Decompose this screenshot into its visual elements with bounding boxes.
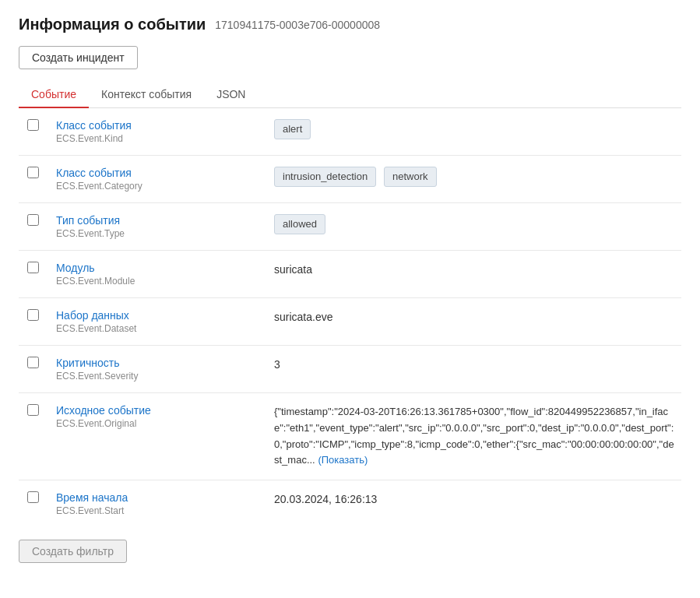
field-value-cell: allowed bbox=[268, 203, 681, 251]
field-value-text: suricata.eve bbox=[274, 311, 332, 323]
show-more-link[interactable]: (Показать) bbox=[318, 454, 368, 466]
field-value-text: suricata bbox=[274, 263, 312, 276]
field-value-text: 20.03.2024, 16:26:13 bbox=[274, 493, 377, 505]
original-event-text: {"timestamp":"2024-03-20T16:26:13.361785… bbox=[274, 404, 675, 469]
row-checkbox-cell bbox=[19, 346, 50, 393]
field-name: Исходное событие bbox=[56, 404, 255, 417]
field-label-cell: Класс события ECS.Event.Kind bbox=[50, 108, 268, 156]
row-checkbox-cell bbox=[19, 108, 50, 156]
table-row: Критичность ECS.Event.Severity 3 bbox=[19, 346, 681, 393]
field-ecs: ECS.Event.Type bbox=[56, 228, 255, 239]
field-label-cell: Класс события ECS.Event.Category bbox=[50, 156, 268, 203]
field-ecs: ECS.Event.Kind bbox=[56, 133, 255, 144]
field-value-cell: intrusion_detection network bbox=[268, 156, 681, 203]
row-checkbox-cell bbox=[19, 480, 50, 528]
field-label-cell: Набор данных ECS.Event.Dataset bbox=[50, 298, 268, 346]
field-label-cell: Время начала ECS.Event.Start bbox=[50, 480, 268, 528]
field-label-cell: Тип события ECS.Event.Type bbox=[50, 203, 268, 251]
table-row: Тип события ECS.Event.Type allowed bbox=[19, 203, 681, 251]
field-ecs: ECS.Event.Start bbox=[56, 505, 255, 516]
tag-intrusion: intrusion_detection bbox=[274, 167, 376, 187]
table-row: Набор данных ECS.Event.Dataset suricata.… bbox=[19, 298, 681, 346]
row-checkbox[interactable] bbox=[27, 309, 39, 321]
field-ecs: ECS.Event.Category bbox=[56, 181, 255, 192]
field-value-cell: 20.03.2024, 16:26:13 bbox=[268, 480, 681, 528]
create-incident-button[interactable]: Создать инцидент bbox=[19, 46, 138, 69]
tab-event[interactable]: Событие bbox=[19, 82, 89, 108]
row-checkbox-cell bbox=[19, 298, 50, 346]
field-name: Тип события bbox=[56, 214, 255, 227]
create-filter-button[interactable]: Создать фильтр bbox=[19, 540, 127, 563]
field-value-cell: 3 bbox=[268, 346, 681, 393]
row-checkbox[interactable] bbox=[27, 404, 39, 416]
tag: alert bbox=[274, 119, 311, 139]
tab-json[interactable]: JSON bbox=[204, 82, 258, 108]
row-checkbox[interactable] bbox=[27, 262, 39, 273]
field-value-cell: suricata.eve bbox=[268, 298, 681, 346]
field-label-cell: Модуль ECS.Event.Module bbox=[50, 251, 268, 298]
field-ecs: ECS.Event.Dataset bbox=[56, 323, 255, 334]
field-value-cell: suricata bbox=[268, 251, 681, 298]
field-value-cell: alert bbox=[268, 108, 681, 156]
table-row: Модуль ECS.Event.Module suricata bbox=[19, 251, 681, 298]
field-name: Время начала bbox=[56, 491, 255, 504]
table-row: Исходное событие ECS.Event.Original {"ti… bbox=[19, 393, 681, 480]
row-checkbox[interactable] bbox=[27, 119, 39, 131]
event-id: 1710941175-0003e706-00000008 bbox=[215, 19, 380, 31]
table-row: Время начала ECS.Event.Start 20.03.2024,… bbox=[19, 480, 681, 528]
row-checkbox-cell bbox=[19, 203, 50, 251]
tabs-container: Событие Контекст события JSON bbox=[19, 82, 681, 108]
field-value-text: 3 bbox=[274, 358, 280, 371]
field-ecs: ECS.Event.Original bbox=[56, 418, 255, 429]
row-checkbox-cell bbox=[19, 393, 50, 480]
field-value-cell: {"timestamp":"2024-03-20T16:26:13.361785… bbox=[268, 393, 681, 480]
page-header: Информация о событии 1710941175-0003e706… bbox=[19, 16, 681, 33]
field-name: Класс события bbox=[56, 119, 255, 132]
table-row: Класс события ECS.Event.Kind alert bbox=[19, 108, 681, 156]
tag-network: network bbox=[384, 167, 437, 187]
page-title: Информация о событии bbox=[19, 16, 206, 33]
row-checkbox-cell bbox=[19, 251, 50, 298]
tag-allowed: allowed bbox=[274, 214, 325, 234]
row-checkbox-cell bbox=[19, 156, 50, 203]
table-row: Класс события ECS.Event.Category intrusi… bbox=[19, 156, 681, 203]
field-ecs: ECS.Event.Severity bbox=[56, 371, 255, 382]
field-ecs: ECS.Event.Module bbox=[56, 276, 255, 287]
field-label-cell: Критичность ECS.Event.Severity bbox=[50, 346, 268, 393]
field-name: Модуль bbox=[56, 262, 255, 274]
fields-table: Класс события ECS.Event.Kind alert Класс… bbox=[19, 108, 681, 527]
field-name: Класс события bbox=[56, 167, 255, 179]
row-checkbox[interactable] bbox=[27, 491, 39, 503]
field-name: Набор данных bbox=[56, 309, 255, 322]
row-checkbox[interactable] bbox=[27, 167, 39, 178]
row-checkbox[interactable] bbox=[27, 357, 39, 368]
tab-context[interactable]: Контекст события bbox=[89, 82, 204, 108]
field-label-cell: Исходное событие ECS.Event.Original bbox=[50, 393, 268, 480]
row-checkbox[interactable] bbox=[27, 214, 39, 226]
field-name: Критичность bbox=[56, 357, 255, 369]
